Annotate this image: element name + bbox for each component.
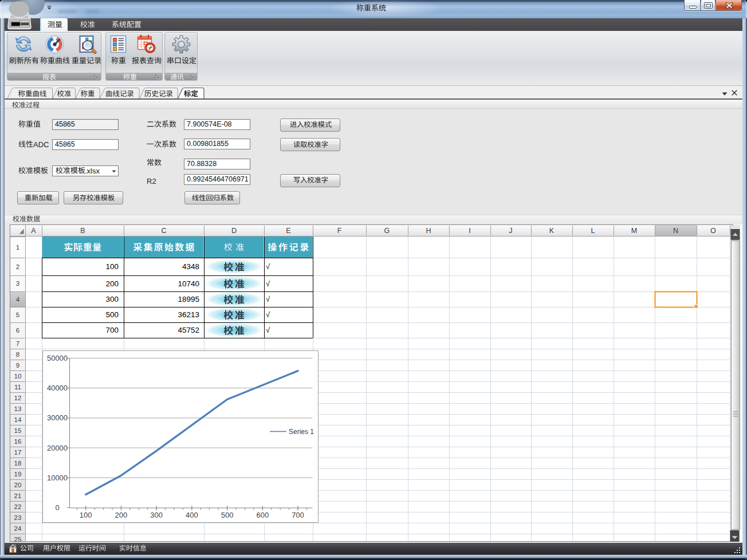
svg-text:L: L	[591, 227, 595, 235]
svg-text:K: K	[549, 227, 555, 235]
svg-text:20: 20	[14, 482, 22, 488]
svg-text:21: 21	[14, 492, 22, 499]
svg-text:D: D	[231, 227, 237, 235]
svg-text:H: H	[426, 227, 431, 235]
svg-text:22: 22	[14, 503, 22, 510]
svg-text:700: 700	[292, 511, 304, 519]
svg-text:3: 3	[16, 280, 19, 287]
svg-text:12: 12	[14, 395, 22, 401]
svg-text:18995: 18995	[178, 295, 199, 303]
svg-text:√: √	[266, 295, 270, 303]
svg-text:200: 200	[115, 511, 128, 519]
svg-text:A: A	[31, 227, 36, 235]
svg-text:10: 10	[14, 373, 22, 380]
svg-text:17: 17	[14, 449, 22, 456]
svg-text:500: 500	[105, 310, 119, 319]
svg-text:50000: 50000	[47, 354, 68, 362]
svg-text:E: E	[286, 227, 290, 235]
svg-text:√: √	[266, 310, 270, 319]
svg-text:5: 5	[16, 311, 19, 318]
svg-text:G: G	[384, 227, 390, 235]
svg-text:16: 16	[14, 438, 22, 445]
svg-text:C: C	[161, 227, 166, 235]
svg-text:M: M	[631, 227, 638, 235]
svg-text:7: 7	[16, 340, 19, 347]
svg-text:B: B	[80, 227, 85, 235]
svg-text:300: 300	[150, 511, 163, 519]
svg-text:19: 19	[14, 471, 22, 478]
svg-text:45752: 45752	[178, 326, 199, 334]
svg-text:10740: 10740	[178, 279, 199, 288]
svg-text:23: 23	[14, 514, 22, 521]
svg-text:J: J	[509, 227, 512, 235]
svg-text:400: 400	[186, 511, 198, 519]
svg-text:40000: 40000	[47, 384, 68, 392]
svg-text:I: I	[469, 227, 471, 235]
svg-text:√: √	[266, 279, 270, 288]
svg-text:14: 14	[14, 416, 22, 423]
svg-text:N: N	[673, 227, 678, 235]
svg-text:10000: 10000	[47, 474, 68, 482]
svg-text:30000: 30000	[47, 413, 68, 422]
svg-text:700: 700	[105, 326, 119, 334]
svg-text:Series 1: Series 1	[289, 428, 314, 436]
svg-text:F: F	[337, 227, 342, 235]
svg-text:4: 4	[16, 296, 20, 303]
svg-text:√: √	[266, 326, 270, 334]
svg-text:18: 18	[14, 460, 22, 467]
svg-text:√: √	[266, 262, 270, 271]
svg-text:0: 0	[55, 503, 59, 512]
svg-text:6: 6	[16, 327, 19, 334]
svg-text:100: 100	[80, 511, 92, 519]
svg-text:O: O	[710, 227, 716, 235]
svg-text:15: 15	[14, 427, 22, 434]
svg-text:25: 25	[14, 536, 22, 542]
svg-text:1: 1	[16, 244, 19, 251]
svg-text:500: 500	[221, 511, 234, 519]
svg-text:9: 9	[16, 362, 19, 369]
svg-text:4348: 4348	[182, 262, 199, 271]
svg-text:600: 600	[256, 511, 269, 519]
svg-text:36213: 36213	[178, 310, 199, 319]
svg-text:24: 24	[14, 525, 22, 532]
svg-text:200: 200	[105, 279, 119, 288]
svg-text:300: 300	[105, 295, 119, 303]
svg-text:20000: 20000	[47, 444, 68, 452]
svg-text:100: 100	[105, 262, 119, 271]
svg-text:11: 11	[14, 384, 21, 391]
svg-text:8: 8	[16, 351, 19, 358]
svg-text:13: 13	[14, 405, 22, 412]
svg-text:2: 2	[16, 263, 19, 270]
